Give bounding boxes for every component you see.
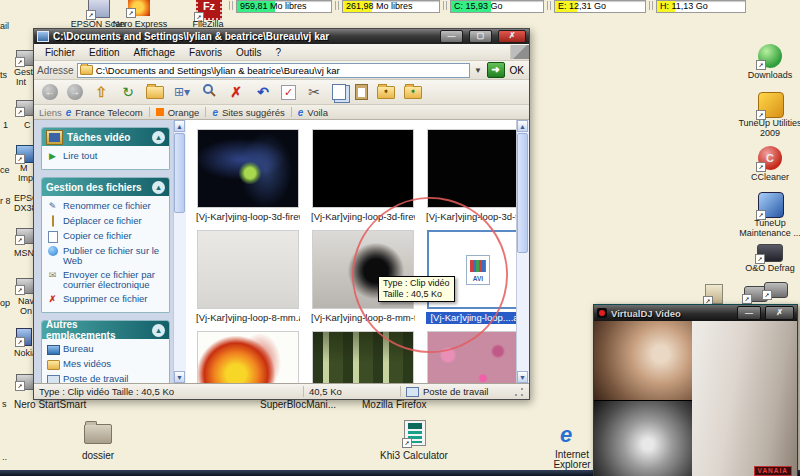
paste-icon[interactable]	[355, 84, 368, 100]
left-desktop-icon[interactable]: ➚	[16, 278, 34, 294]
left-desktop-icon[interactable]: ➚	[16, 228, 34, 244]
task-deplacer[interactable]: Déplacer ce fichier	[47, 214, 167, 229]
video-thumbnail[interactable]	[197, 129, 299, 208]
forward-icon[interactable]: →	[67, 84, 83, 100]
place-poste-de-travail[interactable]: Poste de travail	[47, 372, 167, 383]
go-button[interactable]: ➜	[487, 62, 505, 78]
close-button[interactable]: ✗	[498, 30, 526, 43]
left-desktop-icon[interactable]: ➚	[16, 328, 32, 346]
ccleaner-icon[interactable]: C ➚	[758, 146, 782, 170]
task-pane-scrollbar[interactable]: ▲ ▼	[173, 120, 186, 383]
scrollbar-thumb[interactable]	[517, 133, 528, 253]
search-icon[interactable]	[200, 83, 218, 102]
copy-to-icon[interactable]: ➧	[404, 86, 422, 99]
tuneup-maintenance-icon[interactable]: ➚	[758, 192, 784, 218]
video-thumbnail[interactable]	[312, 331, 414, 383]
link-voila[interactable]: Voila	[307, 107, 328, 118]
khi3-calculator-icon[interactable]: ➚	[404, 420, 426, 446]
menu-favoris[interactable]: Favoris	[182, 47, 229, 58]
video-thumbnail[interactable]	[197, 230, 299, 309]
maximize-button[interactable]: ▢	[469, 30, 492, 43]
place-bureau[interactable]: Bureau	[47, 342, 167, 357]
video-close-button[interactable]: ✗	[765, 306, 794, 320]
scrollbar-thumb[interactable]	[174, 133, 185, 213]
chevron-up-icon[interactable]: ▴	[152, 181, 165, 194]
nero-express-icon[interactable]: ➚	[128, 0, 150, 16]
check-task-icon[interactable]: ✓	[281, 85, 296, 100]
folder-open-icon[interactable]	[146, 86, 164, 99]
task-publier[interactable]: Publier ce fichier sur le Web	[47, 244, 167, 268]
refresh-icon[interactable]: ↻	[119, 83, 137, 101]
menu-affichage[interactable]: Affichage	[127, 47, 183, 58]
task-envoyer[interactable]: ✉ Envoyer ce fichier par courrier électr…	[47, 268, 167, 292]
minimize-button[interactable]: —	[440, 30, 463, 43]
undo-icon[interactable]: ↶	[254, 83, 272, 101]
internet-explorer-icon[interactable]: e	[560, 424, 572, 446]
video-thumbnail[interactable]	[197, 331, 299, 383]
delete-icon[interactable]: ✗	[227, 83, 245, 101]
menu-outils[interactable]: Outils	[229, 47, 269, 58]
file-tile[interactable]	[196, 331, 300, 383]
move-to-icon[interactable]: ➧	[377, 86, 395, 99]
place-mes-videos[interactable]: Mes vidéos	[47, 357, 167, 372]
video-thumbnail[interactable]	[427, 331, 529, 383]
task-supprimer[interactable]: ✗ Supprimer ce fichier	[47, 292, 167, 307]
left-desktop-icon[interactable]: ➚	[16, 100, 34, 116]
cut-icon[interactable]: ✂	[305, 83, 323, 101]
widget-desktop-icon[interactable]: ➚	[705, 284, 723, 304]
file-tile[interactable]: [Vj-Kar]vjing-loop-3d-firewor...	[311, 129, 415, 223]
tuneup-utilities-icon[interactable]: ➚	[758, 92, 784, 118]
scroll-up-icon[interactable]: ▲	[174, 120, 185, 132]
link-sites-suggeres[interactable]: Sites suggérés	[222, 107, 285, 118]
scroll-up-icon[interactable]: ▲	[517, 120, 528, 132]
scroll-down-icon[interactable]: ▼	[517, 371, 528, 383]
menu-edition[interactable]: Edition	[82, 47, 127, 58]
up-icon[interactable]: ⇧	[92, 83, 110, 101]
chevron-up-icon[interactable]: ▴	[152, 324, 165, 337]
file-tile[interactable]: [Vj-Kar]vjing-loop-3d-firewo...	[196, 129, 300, 223]
left-desktop-icon[interactable]: ➚	[16, 50, 34, 66]
video-content[interactable]: vanaia	[594, 321, 797, 476]
file-tile[interactable]: [Vj-Kar]vjing-loop-8-mm.avi	[196, 230, 300, 324]
delete-file-icon: ✗	[47, 294, 58, 305]
downloads-icon[interactable]: ➚	[758, 44, 782, 68]
scroll-down-icon[interactable]: ▼	[174, 371, 185, 383]
file-list-scrollbar[interactable]: ▲ ▼	[516, 120, 529, 383]
task-copier[interactable]: Copier ce fichier	[47, 229, 167, 244]
back-icon[interactable]: ←	[42, 84, 58, 100]
menu-aide[interactable]: ?	[268, 47, 288, 58]
file-tile[interactable]: [Vj-Kar]vjing-loop-3d-tubes.avi	[426, 129, 529, 223]
copy-icon[interactable]	[332, 84, 346, 100]
panel-header[interactable]: Tâches vidéo ▴	[42, 128, 169, 146]
menu-fichier[interactable]: Fichier	[38, 47, 82, 58]
resize-grip[interactable]	[514, 387, 524, 397]
left-desktop-icon[interactable]: ➚	[16, 145, 34, 163]
dossier-icon[interactable]	[84, 424, 112, 444]
title-bar[interactable]: C:\Documents and Settings\lylian & beatr…	[34, 29, 529, 44]
panel-header[interactable]: Gestion des fichiers ▴	[42, 178, 169, 196]
file-tile[interactable]	[311, 331, 415, 383]
left-fragment: r 8	[0, 196, 11, 206]
video-thumbnail[interactable]	[312, 129, 414, 208]
drive-desktop-icon[interactable]: ➚	[764, 282, 788, 298]
file-name: [Vj-Kar]vjing-loop-3d-firewor...	[311, 211, 415, 223]
link-orange[interactable]: Orange	[168, 107, 200, 118]
chevron-up-icon[interactable]: ▴	[152, 131, 165, 144]
epson-scan-icon[interactable]: ➚	[88, 0, 110, 18]
task-lire-tout[interactable]: ▶ Lire tout	[47, 149, 167, 164]
video-title-bar[interactable]: VirtualDJ Video — ✗	[594, 305, 797, 321]
task-renommer[interactable]: ✎ Renommer ce fichier	[47, 199, 167, 214]
address-input[interactable]: C:\Documents and Settings\lylian & beatr…	[77, 63, 470, 78]
views-icon[interactable]: ⊞▾	[173, 83, 191, 101]
left-desktop-icon[interactable]: ➚	[16, 374, 34, 390]
panel-header[interactable]: Autres emplacements ▴	[42, 321, 169, 339]
video-thumbnail[interactable]	[427, 129, 529, 208]
video-tasks-icon	[46, 130, 63, 145]
video-minimize-button[interactable]: —	[737, 306, 761, 320]
link-france-telecom[interactable]: France Telecom	[75, 107, 142, 118]
toolbar: ← → ⇧ ↻ ⊞▾ ✗ ↶ ✓ ✂ ➧ ➧	[34, 80, 529, 105]
address-dropdown-arrow[interactable]: ▼	[473, 66, 484, 75]
file-tile[interactable]	[426, 331, 529, 383]
oo-defrag-icon[interactable]: ➚	[757, 244, 783, 262]
filezilla-icon[interactable]: Fz ➚	[196, 0, 222, 20]
